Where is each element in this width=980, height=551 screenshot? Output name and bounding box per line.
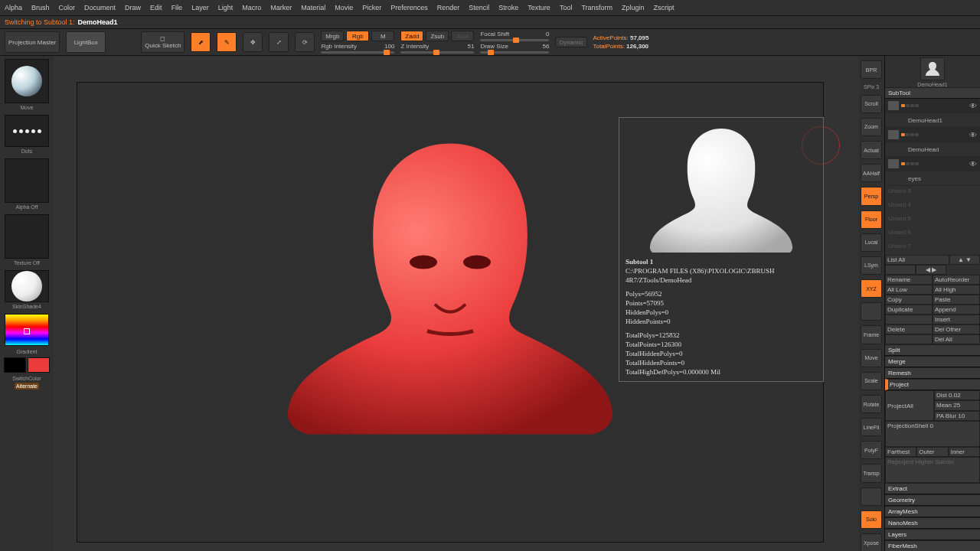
rstrip-scale[interactable]: Scale xyxy=(861,372,882,390)
rstrip-actual[interactable]: Actual xyxy=(861,141,882,159)
rstrip-scroll[interactable]: Scroll xyxy=(861,95,882,113)
menu-stroke[interactable]: Stroke xyxy=(498,4,518,11)
draw-size-slider[interactable]: Draw Size56 xyxy=(480,43,549,54)
menu-zscript[interactable]: Zscript xyxy=(654,4,675,11)
z-intensity-slider[interactable]: Z Intensity51 xyxy=(400,43,474,54)
menu-material[interactable]: Material xyxy=(301,4,325,11)
projection-shell-slider[interactable]: ProjectionShell 0 xyxy=(885,421,980,447)
scale-button[interactable]: ⤢ xyxy=(269,32,289,52)
rstrip-bpr[interactable]: BPR xyxy=(861,60,882,79)
subtool-item[interactable]: 👁 xyxy=(885,99,980,113)
nanomesh-section[interactable]: NanoMesh xyxy=(885,517,980,529)
m-button[interactable]: M xyxy=(371,31,394,41)
list-all-button[interactable]: List All xyxy=(885,255,949,265)
rstrip-lsym[interactable]: LSym xyxy=(861,256,882,275)
inner-button[interactable]: Inner xyxy=(949,447,980,457)
geometry-section[interactable]: Geometry xyxy=(885,494,980,506)
color-picker[interactable] xyxy=(5,314,49,346)
alpha-thumbnail[interactable] xyxy=(5,158,49,203)
autoreorder-button[interactable]: AutoReorder xyxy=(933,275,980,285)
brush-thumbnail[interactable] xyxy=(5,59,49,103)
menu-layer[interactable]: Layer xyxy=(191,4,209,11)
farthest-button[interactable]: Farthest xyxy=(885,447,916,457)
zcut-button[interactable]: Zcut xyxy=(451,31,474,41)
menu-texture[interactable]: Texture xyxy=(528,4,550,11)
rstrip-transp[interactable]: Transp xyxy=(861,464,882,482)
menu-draw[interactable]: Draw xyxy=(125,4,141,11)
layers-section[interactable]: Layers xyxy=(885,529,980,540)
menu-render[interactable]: Render xyxy=(437,4,460,11)
insert-button[interactable]: Insert xyxy=(933,315,980,324)
projection-master-button[interactable]: Projection Master xyxy=(5,31,60,53)
stroke-thumbnail[interactable] xyxy=(5,115,49,147)
material-thumbnail[interactable] xyxy=(5,270,49,302)
rstrip-blank[interactable] xyxy=(861,302,882,321)
del-other-button[interactable]: Del Other xyxy=(933,324,980,334)
rstrip-aahalf[interactable]: AAHalf xyxy=(861,164,882,182)
rstrip-rotate[interactable]: Rotate xyxy=(861,395,882,413)
append-button[interactable]: Append xyxy=(933,305,980,315)
copy-button[interactable]: Copy xyxy=(885,295,933,305)
rstrip-xyz[interactable]: XYZ xyxy=(861,279,882,298)
arraymesh-section[interactable]: ArrayMesh xyxy=(885,506,980,517)
menu-color[interactable]: Color xyxy=(59,4,76,11)
lightbox-button[interactable]: LightBox xyxy=(66,31,106,53)
menu-marker[interactable]: Marker xyxy=(270,4,292,11)
gradient-toggle[interactable]: Gradient xyxy=(17,349,38,354)
quicksketch-button[interactable]: ◻Quick Sketch xyxy=(141,31,185,53)
menu-macro[interactable]: Macro xyxy=(242,4,261,11)
dist-slider[interactable]: Dist 0.02 xyxy=(934,390,980,400)
alternate-button[interactable]: Alternate xyxy=(15,383,39,390)
menu-movie[interactable]: Movie xyxy=(335,4,353,11)
rstrip-polyf[interactable]: PolyF xyxy=(861,441,882,459)
color-swatches[interactable] xyxy=(4,357,50,373)
menu-document[interactable]: Document xyxy=(84,4,116,11)
menu-picker[interactable]: Picker xyxy=(362,4,381,11)
mean-slider[interactable]: Mean 25 xyxy=(934,400,980,410)
rgb-intensity-slider[interactable]: Rgb Intensity100 xyxy=(321,43,394,54)
rstrip-zoom[interactable]: Zoom xyxy=(861,118,882,136)
focal-shift-slider[interactable]: Focal Shift0 xyxy=(480,31,549,41)
menu-brush[interactable]: Brush xyxy=(31,4,50,11)
switch-color-button[interactable]: SwitchColor xyxy=(12,376,41,381)
rstrip-local[interactable]: Local xyxy=(861,233,882,252)
split-section[interactable]: Split xyxy=(885,344,980,356)
remesh-section[interactable]: Remesh xyxy=(885,367,980,379)
rename-button[interactable]: Rename xyxy=(885,275,933,285)
extract-section[interactable]: Extract xyxy=(885,483,980,494)
delete-button[interactable]: Delete xyxy=(885,324,933,334)
menu-file[interactable]: File xyxy=(172,4,183,11)
fibermesh-section[interactable]: FiberMesh xyxy=(885,540,980,551)
rstrip-solo[interactable]: Solo xyxy=(861,510,882,529)
subtool-item[interactable]: 👁 xyxy=(885,128,980,142)
canvas-area[interactable]: Subtool 1 C:\PROGRAM FILES (X86)\PIXOLOG… xyxy=(54,56,858,551)
paste-button[interactable]: Paste xyxy=(933,295,980,305)
rstrip-xpose[interactable]: Xpose xyxy=(861,533,882,551)
outer-button[interactable]: Outer xyxy=(916,447,948,457)
all-high-button[interactable]: All High xyxy=(933,285,980,295)
merge-section[interactable]: Merge xyxy=(885,356,980,367)
all-low-button[interactable]: All Low xyxy=(885,285,933,295)
rstrip-linefil[interactable]: LineFil xyxy=(861,418,882,436)
draw-button[interactable]: ✎ xyxy=(217,32,237,52)
move-button[interactable]: ✥ xyxy=(243,32,263,52)
rstrip-blank[interactable] xyxy=(861,487,882,506)
menu-zplugin[interactable]: Zplugin xyxy=(622,4,645,11)
edit-button[interactable]: ⬈ xyxy=(191,32,211,52)
rstrip-persp[interactable]: Persp xyxy=(861,187,882,205)
dynamic-toggle[interactable]: Dynamic xyxy=(555,37,586,47)
menu-stencil[interactable]: Stencil xyxy=(469,4,489,11)
duplicate-button[interactable]: Duplicate xyxy=(885,305,933,315)
rstrip-spix3[interactable]: SPix 3 xyxy=(861,83,881,90)
menu-edit[interactable]: Edit xyxy=(150,4,162,11)
project-section[interactable]: Project xyxy=(885,379,980,390)
texture-thumbnail[interactable] xyxy=(5,214,49,259)
menu-transform[interactable]: Transform xyxy=(581,4,612,11)
menu-preferences[interactable]: Preferences xyxy=(390,4,428,11)
tool-thumbnail[interactable] xyxy=(920,57,945,80)
rotate-button[interactable]: ⟳ xyxy=(295,32,315,52)
menu-tool[interactable]: Tool xyxy=(560,4,573,11)
del-all-button[interactable]: Del All xyxy=(933,334,980,344)
rstrip-move[interactable]: Move xyxy=(861,349,882,367)
zadd-button[interactable]: Zadd xyxy=(400,31,423,41)
